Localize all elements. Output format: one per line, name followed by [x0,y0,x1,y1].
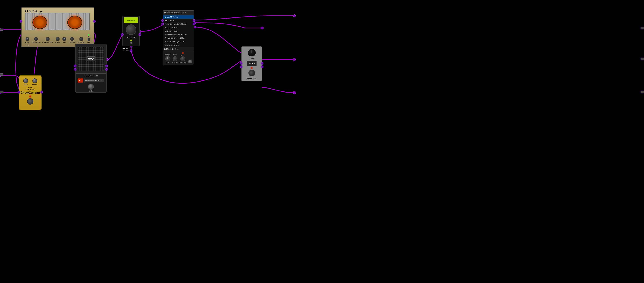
mod-vol-port-bottom[interactable] [130,42,132,44]
on-label: ON [88,36,90,38]
sg-gain-knob[interactable] [248,49,256,57]
reverb-wet-knob[interactable] [180,57,185,61]
sg-led [251,67,252,69]
svg-point-21 [293,91,296,94]
reverb-item-0[interactable]: SRA500 Spring [163,15,194,19]
clipping-label: CLIPPING [32,42,40,43]
reverb-dry-val: 0.00 dB [172,62,178,64]
reverb-filter-knob[interactable] [165,56,170,61]
character-label: CHARACTER [42,42,53,43]
reverb-item-1[interactable]: E140 Plate [163,19,194,22]
reverb-header: MOD Convolution Reverb [163,11,194,15]
bass-knob[interactable] [56,37,60,41]
warm-label: WARM [25,44,29,46]
gain-label: GAIN [25,42,30,43]
reverb-item-2[interactable]: Pluto Studio A Live Room [163,22,194,26]
chow-gain-knob[interactable] [23,78,28,83]
edge-port-right-bot[interactable] [640,91,644,93]
svg-point-7 [106,58,108,61]
ir-gain-row: GAIN [78,84,104,92]
reverb-controls: FILTER Off DRY 0.00 dB WET -30.00 dB [163,51,194,65]
clipping-knob[interactable] [34,37,38,41]
ir-port-out-r[interactable] [106,68,108,71]
volume-knob[interactable] [79,37,83,41]
onyx-port-left[interactable] [20,20,22,23]
reverb-item-7[interactable]: Prisoners Dungeon Cell [163,40,194,43]
chow-brand: CHOWDSP [20,88,41,90]
reverb-item-6[interactable]: Art Center Concert Hall [163,36,194,40]
chow-gain-label: GAIN [24,84,28,86]
bass-label: BASS [56,42,60,43]
mid-knob[interactable] [62,37,66,41]
vol-port-in[interactable] [121,33,124,36]
character-knob-group: CHARACTER [42,37,53,43]
reverb-wet-val: -30.00 dB [180,62,186,64]
reverb-output-knob[interactable] [188,60,192,64]
chow-centaur-pedal: GAIN LEVEL TONE CHOWDSP ChowCentaur [19,75,42,112]
svg-point-16 [293,15,296,17]
vol-port-out[interactable] [138,33,141,36]
reverb-item-8[interactable]: Vauhallan Church [163,43,194,47]
chow-level-knob[interactable] [32,78,37,83]
treble-knob-group: TREBLE [68,37,75,43]
chow-level-label: LEVEL [32,84,37,86]
volume-knob-group: VOLUME [78,37,85,43]
ir-power-button[interactable]: ⏻ [78,78,83,83]
chow-port-out[interactable] [40,91,43,93]
reverb-filter-group: FILTER Off [165,54,170,64]
chow-led [29,96,31,97]
ir-filename[interactable]: forward-audio AliceInBon... [84,79,104,82]
reverb-dry-knob[interactable] [172,56,178,61]
sg-port-out-l[interactable] [261,62,264,65]
chow-footswitch[interactable] [27,98,34,105]
reverb-filter-val: Off [166,62,169,64]
mod-label: MOD [122,47,140,50]
svg-point-17 [293,58,296,61]
mod-vol-label: VOLUME [126,37,136,39]
mod-volume-plugin: Logarithm... VOLUME MOD Volume [122,16,140,51]
reverb-item-3[interactable]: Foundry Room [163,26,194,29]
sg-name: Stereo Gain [246,77,257,79]
reverb-port-in-l[interactable] [161,19,164,22]
reverb-item-5[interactable]: Wooden Buddhist Temple [163,33,194,36]
reverb-section-label: SRA500 Spring [163,47,194,51]
vol-port-bottom[interactable] [130,50,132,52]
edge-port-left-bot[interactable] [0,91,4,93]
ir-port-out-l[interactable] [106,65,108,67]
sg-port-in-l[interactable] [240,62,242,65]
reverb-item-4[interactable]: Monmart Foyer [163,29,194,33]
reverb-port-in-r[interactable] [161,23,164,25]
chow-port-in[interactable] [18,91,20,93]
edge-port-right-top[interactable] [640,27,644,29]
reverb-wet-led [182,52,184,54]
ir-grille: MOD [78,47,104,71]
character-knob[interactable] [46,37,50,41]
reverb-port-out-r[interactable] [193,23,195,25]
sg-port-out-r[interactable] [261,66,264,68]
mod-reverb-plugin: MOD Convolution Reverb SRA500 Spring E14… [162,11,194,65]
power-led [88,35,89,36]
ir-port-in-r[interactable] [74,68,76,71]
svg-point-15 [261,27,264,29]
reverb-filter-label: FILTER [165,54,170,56]
reverb-wet-group: WET -30.00 dB [180,52,186,64]
edge-port-right-mid[interactable] [640,58,644,60]
onyx-port-right[interactable] [93,20,96,23]
reverb-dry-label: DRY [173,54,177,56]
sg-gain-label: GAIN [249,58,254,60]
ir-port-in-l[interactable] [74,65,76,67]
mod-vol-knob[interactable] [126,25,136,35]
edge-port-left-mid[interactable] [0,74,4,76]
edge-port-left-top[interactable] [0,29,4,31]
onyx-sub: gh [39,10,43,13]
mid-label: MID [63,42,66,43]
power-switch[interactable]: ON OFF [87,35,90,43]
treble-knob[interactable] [70,37,74,41]
gain-knob[interactable] [26,37,29,41]
sg-port-in-r[interactable] [240,66,242,68]
gain-knob-group: GAIN [25,37,30,43]
ir-gain-knob[interactable] [88,84,94,90]
ir-mod-badge: MOD [86,56,95,61]
sg-footknob[interactable] [248,70,255,76]
reverb-port-out-l[interactable] [193,19,195,22]
